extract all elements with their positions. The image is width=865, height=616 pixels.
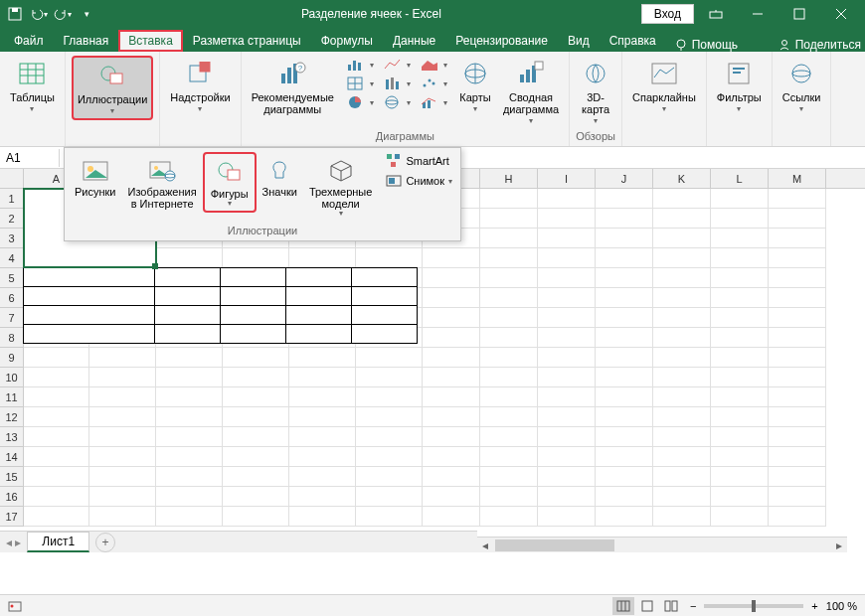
row-header[interactable]: 9	[0, 348, 23, 368]
scroll-right-icon[interactable]: ▸	[831, 538, 847, 553]
svg-rect-10	[20, 64, 44, 83]
svg-point-34	[423, 84, 426, 87]
links-button[interactable]: Ссылки▾	[778, 56, 825, 116]
maps-button[interactable]: Карты▾	[455, 56, 495, 116]
tab-home[interactable]: Главная	[54, 30, 119, 52]
tab-view[interactable]: Вид	[558, 30, 600, 52]
zoom-out-button[interactable]: −	[690, 600, 696, 612]
svg-rect-45	[520, 75, 524, 82]
ribbon-options-icon[interactable]	[696, 0, 736, 28]
screenshot-icon	[386, 173, 402, 189]
row-header[interactable]: 14	[0, 447, 23, 467]
col-header[interactable]: I	[538, 169, 596, 188]
row-header[interactable]: 16	[0, 487, 23, 507]
qa-customize-icon[interactable]: ▾	[76, 3, 97, 25]
svg-rect-1	[12, 8, 18, 12]
view-pagelayout-icon[interactable]	[636, 597, 658, 615]
row-headers[interactable]: 1234567891011121314151617	[0, 189, 24, 527]
row-header[interactable]: 11	[0, 387, 23, 407]
chart-hier-button[interactable]: ▾	[342, 75, 378, 92]
row-header[interactable]: 5	[0, 268, 23, 288]
chart-area-button[interactable]: ▾	[416, 56, 451, 74]
row-header[interactable]: 6	[0, 288, 23, 308]
scroll-thumb[interactable]	[495, 539, 614, 551]
3dmodels-button[interactable]: Трехмерные модели▾	[303, 152, 379, 221]
chart-stat-button[interactable]: ▾	[379, 75, 415, 92]
recommended-charts-button[interactable]: ? Рекомендуемые диаграммы	[248, 56, 338, 117]
col-header[interactable]: J	[596, 169, 653, 188]
sheet-tab[interactable]: Лист1	[27, 532, 89, 552]
tab-insert[interactable]: Вставка	[118, 30, 183, 52]
row-header[interactable]: 7	[0, 308, 23, 328]
fill-handle[interactable]	[152, 263, 158, 269]
tab-pagelayout[interactable]: Разметка страницы	[183, 30, 311, 52]
zoom-slider[interactable]	[704, 604, 803, 608]
tab-formulas[interactable]: Формулы	[311, 30, 383, 52]
tab-help[interactable]: Справка	[600, 30, 666, 52]
tab-file[interactable]: Файл	[4, 30, 54, 52]
online-pictures-button[interactable]: Изображения в Интернете	[122, 152, 203, 212]
view-normal-icon[interactable]	[612, 597, 634, 615]
tell-me[interactable]: Помощь	[674, 38, 738, 52]
maximize-icon[interactable]	[779, 0, 819, 28]
minimize-icon[interactable]	[738, 0, 778, 28]
col-header[interactable]: M	[769, 169, 826, 188]
row-header[interactable]: 1	[0, 189, 23, 209]
row-header[interactable]: 2	[0, 209, 23, 229]
undo-icon[interactable]: ▾	[28, 3, 50, 25]
chart-line-button[interactable]: ▾	[379, 56, 415, 74]
globe-icon	[459, 58, 491, 89]
row-header[interactable]: 15	[0, 467, 23, 487]
shapes-button[interactable]: Фигуры▾	[203, 152, 257, 213]
pictures-button[interactable]: Рисунки	[69, 152, 122, 200]
row-header[interactable]: 8	[0, 328, 23, 348]
row-header[interactable]: 17	[0, 507, 23, 527]
illustrations-button[interactable]: Иллюстрации▾	[72, 56, 153, 120]
zoom-level[interactable]: 100 %	[826, 600, 857, 612]
add-sheet-button[interactable]: +	[95, 533, 115, 552]
chart-surface-button[interactable]: ▾	[379, 93, 415, 111]
filters-button[interactable]: Фильтры▾	[713, 56, 766, 116]
pivot-chart-button[interactable]: Сводная диаграмма▾	[499, 56, 563, 128]
3dmap-button[interactable]: 3D- карта▾	[576, 56, 615, 128]
chart-bar-button[interactable]: ▾	[342, 56, 378, 74]
share-button[interactable]: Поделиться	[778, 38, 861, 52]
svg-rect-18	[200, 62, 210, 72]
record-macro-icon[interactable]	[8, 599, 22, 613]
view-pagebreak-icon[interactable]	[660, 597, 682, 615]
tables-button[interactable]: Таблицы▾	[6, 56, 59, 116]
svg-rect-16	[110, 74, 122, 83]
addins-button[interactable]: Надстройки▾	[166, 56, 234, 116]
row-header[interactable]: 3	[0, 229, 23, 248]
row-header[interactable]: 10	[0, 368, 23, 387]
row-header[interactable]: 4	[0, 248, 23, 268]
row-header[interactable]: 13	[0, 427, 23, 447]
svg-rect-33	[396, 81, 399, 89]
screenshot-button[interactable]: Снимок▾	[382, 172, 456, 190]
status-bar: − + 100 %	[0, 594, 865, 616]
save-icon[interactable]	[4, 3, 26, 25]
row-header[interactable]: 12	[0, 407, 23, 427]
col-header[interactable]: H	[480, 169, 538, 188]
zoom-in-button[interactable]: +	[811, 600, 817, 612]
login-button[interactable]: Вход	[641, 4, 694, 24]
table-icon	[16, 58, 48, 89]
name-box[interactable]: A1	[0, 149, 60, 167]
icons-button[interactable]: Значки	[257, 152, 303, 200]
sheet-nav[interactable]: ◂ ▸	[0, 536, 27, 549]
sparklines-button[interactable]: Спарклайны▾	[628, 56, 700, 116]
chart-scatter-button[interactable]: ▾	[416, 75, 451, 92]
col-header[interactable]: L	[711, 169, 769, 188]
scroll-left-icon[interactable]: ◂	[477, 538, 493, 553]
chart-combo-button[interactable]: ▾	[416, 93, 451, 111]
chart-pie-button[interactable]: ▾	[342, 93, 378, 111]
close-icon[interactable]	[821, 0, 861, 28]
horizontal-scrollbar[interactable]: ◂ ▸	[477, 537, 847, 552]
smartart-button[interactable]: SmartArt	[382, 152, 456, 170]
select-all-corner[interactable]	[0, 169, 24, 189]
tab-data[interactable]: Данные	[383, 30, 445, 52]
col-header[interactable]: K	[653, 169, 711, 188]
svg-point-36	[432, 82, 434, 85]
redo-icon[interactable]: ▾	[52, 3, 74, 25]
tab-review[interactable]: Рецензирование	[445, 30, 558, 52]
